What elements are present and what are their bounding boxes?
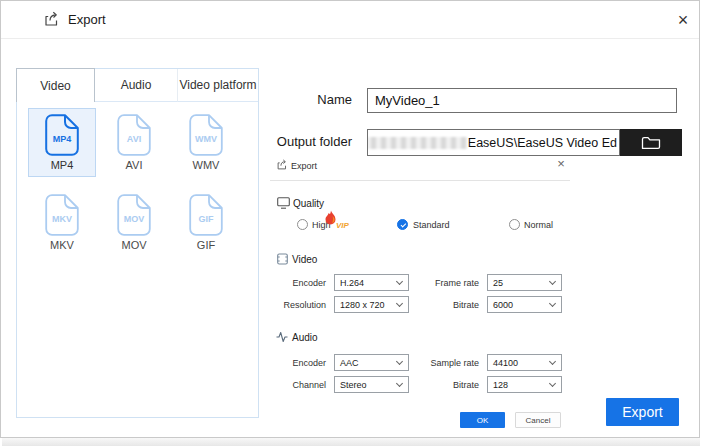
frame-rate-label: Frame rate [399, 278, 479, 288]
export-small-icon [276, 159, 288, 171]
tab-video[interactable]: Video [16, 68, 95, 102]
audio-section-label: Audio [292, 332, 318, 343]
chevron-down-icon [549, 300, 556, 307]
svg-text:MOV: MOV [124, 214, 145, 224]
format-mp4[interactable]: MP4 MP4 [28, 108, 96, 177]
tab-video-platform[interactable]: Video platform [178, 69, 258, 102]
chevron-down-icon [549, 380, 556, 387]
window-close-icon[interactable]: × [671, 7, 695, 33]
channel-label: Channel [246, 380, 326, 390]
file-avi-icon: AVI [117, 114, 151, 156]
resolution-select[interactable]: 1280 x 720 [334, 296, 409, 313]
title-bar: Export × [1, 1, 699, 39]
redacted-path-segment [367, 137, 467, 149]
cancel-button[interactable]: Cancel [515, 412, 561, 428]
quality-monitor-icon [277, 197, 290, 209]
audio-encoder-select[interactable]: AAC [334, 354, 409, 371]
svg-text:MKV: MKV [52, 214, 72, 224]
audio-bitrate-select[interactable]: 128 [487, 376, 562, 393]
ok-button[interactable]: OK [460, 412, 505, 428]
resolution-label: Resolution [246, 300, 326, 310]
output-path-text: EaseUS\EaseUS Video Ed [468, 136, 617, 150]
window-title: Export [68, 12, 106, 27]
video-section-icon [277, 253, 288, 265]
format-grid: MP4 MP4 AVI AVI WMV WMV [28, 108, 240, 257]
format-label: AVI [126, 159, 143, 171]
format-mkv[interactable]: MKV MKV [28, 188, 96, 257]
format-label: GIF [197, 239, 215, 251]
video-encoder-label: Encoder [246, 278, 326, 288]
sample-rate-label: Sample rate [399, 358, 479, 368]
format-wmv[interactable]: WMV WMV [172, 108, 240, 177]
svg-text:WMV: WMV [195, 134, 217, 144]
quality-standard-label: Standard [413, 220, 450, 230]
channel-select[interactable]: Stereo [334, 376, 409, 393]
video-bitrate-select[interactable]: 6000 [487, 296, 562, 313]
chevron-down-icon [549, 278, 556, 285]
window-shadow [2, 438, 700, 446]
format-mov[interactable]: MOV MOV [100, 188, 168, 257]
dialog-title: Export [291, 161, 317, 171]
tab-audio[interactable]: Audio [95, 69, 178, 102]
format-label: WMV [193, 159, 220, 171]
format-label: MP4 [51, 159, 74, 171]
format-avi[interactable]: AVI AVI [100, 108, 168, 177]
browse-folder-button[interactable] [620, 129, 682, 156]
frame-rate-select[interactable]: 25 [487, 274, 562, 291]
export-icon [43, 11, 60, 28]
video-bitrate-label: Bitrate [399, 300, 479, 310]
name-input[interactable] [367, 88, 677, 113]
video-encoder-select[interactable]: H.264 [334, 274, 409, 291]
export-window: Export × Video Audio Video platform MP4 … [0, 0, 702, 446]
chevron-down-icon [549, 358, 556, 365]
file-mp4-icon: MP4 [45, 114, 79, 156]
video-section-label: Video [292, 254, 317, 265]
svg-text:GIF: GIF [199, 214, 215, 224]
file-mkv-icon: MKV [45, 194, 79, 236]
name-label: Name [255, 92, 352, 107]
audio-bitrate-label: Bitrate [399, 380, 479, 390]
dialog-divider [270, 180, 570, 181]
export-button[interactable]: Export [606, 398, 679, 426]
folder-icon [641, 135, 661, 150]
file-wmv-icon: WMV [189, 114, 223, 156]
format-tabs: Video Audio Video platform [17, 69, 258, 102]
svg-text:AVI: AVI [127, 134, 141, 144]
vip-badge: VIP [336, 221, 349, 230]
quality-standard-radio[interactable] [397, 219, 408, 230]
format-gif[interactable]: GIF GIF [172, 188, 240, 257]
output-folder-input[interactable]: EaseUS\EaseUS Video Ed [367, 129, 620, 156]
audio-encoder-label: Encoder [246, 358, 326, 368]
quality-normal-label: Normal [524, 220, 553, 230]
dialog-close-icon[interactable]: × [553, 156, 569, 172]
quality-high-radio[interactable] [297, 219, 308, 230]
output-folder-label: Output folder [255, 134, 352, 149]
audio-section-icon [276, 331, 288, 343]
sample-rate-select[interactable]: 44100 [487, 354, 562, 371]
format-label: MOV [121, 239, 146, 251]
format-panel: Video Audio Video platform MP4 MP4 AVI A… [16, 68, 259, 418]
file-gif-icon: GIF [189, 194, 223, 236]
format-label: MKV [50, 239, 74, 251]
quality-normal-radio[interactable] [509, 219, 520, 230]
quality-section-label: Quality [293, 198, 324, 209]
svg-text:MP4: MP4 [53, 134, 72, 144]
file-mov-icon: MOV [117, 194, 151, 236]
